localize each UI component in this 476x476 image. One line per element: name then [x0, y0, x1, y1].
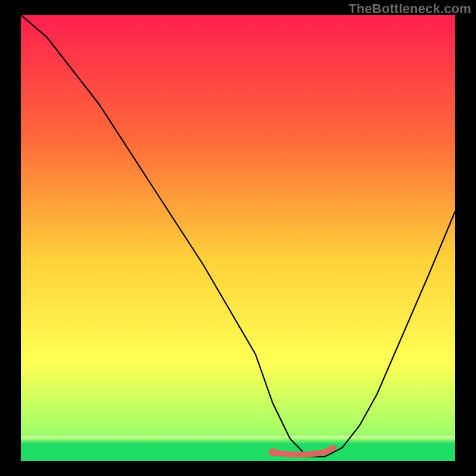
watermark-text: TheBottleneck.com	[349, 1, 471, 17]
svg-rect-4	[21, 443, 455, 445]
svg-rect-2	[21, 440, 455, 441]
chart-frame: TheBottleneck.com	[0, 0, 476, 476]
optimal-marker-dot	[268, 448, 277, 456]
plot-background	[21, 15, 455, 461]
svg-rect-0	[21, 436, 455, 438]
svg-rect-3	[21, 441, 455, 443]
svg-rect-1	[21, 438, 455, 440]
bottleneck-chart	[21, 15, 455, 461]
green-band-stripes	[21, 436, 455, 461]
svg-rect-5	[21, 445, 455, 461]
